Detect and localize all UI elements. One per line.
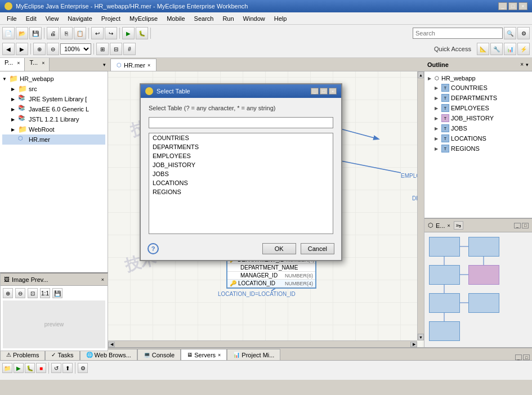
select-table-dialog: Select Table _ □ × Select Table (? = any… <box>140 83 342 261</box>
list-item-departments[interactable]: DEPARTMENTS <box>149 142 333 151</box>
list-item-jobhistory[interactable]: JOB_HISTORY <box>149 160 333 169</box>
dialog-maximize-btn[interactable]: □ <box>320 88 328 95</box>
help-button[interactable]: ? <box>147 243 159 254</box>
dialog-title-icon <box>145 87 153 95</box>
ok-button[interactable]: OK <box>262 243 296 254</box>
dialog-close-btn[interactable]: × <box>329 88 337 95</box>
dialog-description: Select Table (? = any character, * = any… <box>149 105 333 111</box>
dialog-title: Select Table <box>157 88 311 95</box>
dialog-table-list[interactable]: COUNTRIES DEPARTMENTS EMPLOYEES JOB_HIST… <box>149 133 333 234</box>
dialog-search-input[interactable] <box>149 117 333 128</box>
list-item-countries[interactable]: COUNTRIES <box>149 133 333 142</box>
list-item-jobs[interactable]: JOBS <box>149 169 333 178</box>
list-item-locations[interactable]: LOCATIONS <box>149 178 333 187</box>
dialog-window-buttons: _ □ × <box>311 88 337 95</box>
dialog-minimize-btn[interactable]: _ <box>311 88 319 95</box>
modal-overlay: Select Table _ □ × Select Table (? = any… <box>0 0 532 380</box>
dialog-titlebar: Select Table _ □ × <box>141 84 341 98</box>
list-item-employees[interactable]: EMPLOYEES <box>149 151 333 160</box>
list-item-regions[interactable]: REGIONS <box>149 187 333 196</box>
dialog-footer: ? OK Cancel <box>141 239 341 260</box>
cancel-button[interactable]: Cancel <box>301 243 334 254</box>
dialog-body: Select Table (? = any character, * = any… <box>141 98 341 239</box>
